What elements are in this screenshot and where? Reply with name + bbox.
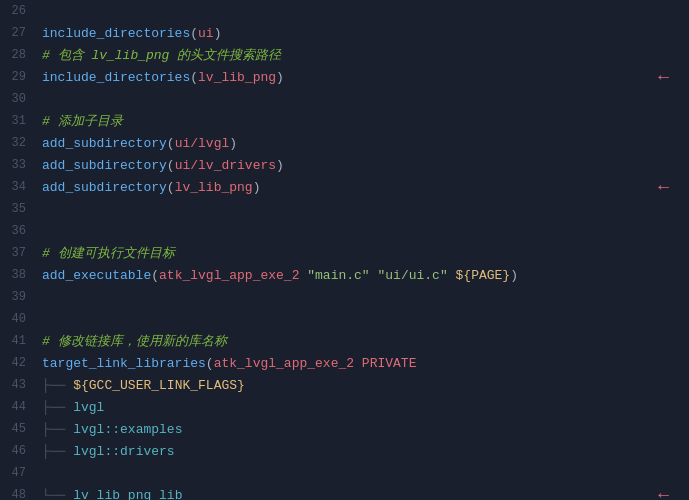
line-number: 31 bbox=[0, 114, 38, 128]
code-line: 38add_executable(atk_lvgl_app_exe_2 "mai… bbox=[0, 264, 689, 286]
line-number: 40 bbox=[0, 312, 38, 326]
line-number: 26 bbox=[0, 4, 38, 18]
line-number: 32 bbox=[0, 136, 38, 150]
code-line: 39 bbox=[0, 286, 689, 308]
line-content: ├── lvgl::examples bbox=[38, 422, 689, 437]
line-number: 37 bbox=[0, 246, 38, 260]
line-content: ├── ${GCC_USER_LINK_FLAGS} bbox=[38, 378, 689, 393]
line-number: 35 bbox=[0, 202, 38, 216]
line-content: ├── lvgl::drivers bbox=[38, 444, 689, 459]
line-content: # 包含 lv_lib_png 的头文件搜索路径 bbox=[38, 46, 689, 64]
line-number: 43 bbox=[0, 378, 38, 392]
line-number: 36 bbox=[0, 224, 38, 238]
line-content: ├── lvgl bbox=[38, 400, 689, 415]
code-line: 48└── lv_lib_png_lib ← bbox=[0, 484, 689, 500]
code-line: 34add_subdirectory(lv_lib_png)← bbox=[0, 176, 689, 198]
line-content: target_link_libraries(atk_lvgl_app_exe_2… bbox=[38, 356, 689, 371]
line-content: # 创建可执行文件目标 bbox=[38, 244, 689, 262]
code-line: 28# 包含 lv_lib_png 的头文件搜索路径 bbox=[0, 44, 689, 66]
code-line: 43├── ${GCC_USER_LINK_FLAGS} bbox=[0, 374, 689, 396]
line-number: 47 bbox=[0, 466, 38, 480]
line-content: include_directories(ui) bbox=[38, 26, 689, 41]
line-number: 46 bbox=[0, 444, 38, 458]
code-line: 27include_directories(ui) bbox=[0, 22, 689, 44]
code-line: 44├── lvgl bbox=[0, 396, 689, 418]
code-line: 45├── lvgl::examples bbox=[0, 418, 689, 440]
code-line: 31# 添加子目录 bbox=[0, 110, 689, 132]
code-line: 46├── lvgl::drivers bbox=[0, 440, 689, 462]
code-line: 29include_directories(lv_lib_png)← bbox=[0, 66, 689, 88]
code-line: 40 bbox=[0, 308, 689, 330]
code-line: 33add_subdirectory(ui/lv_drivers) bbox=[0, 154, 689, 176]
code-line: 42target_link_libraries(atk_lvgl_app_exe… bbox=[0, 352, 689, 374]
line-number: 34 bbox=[0, 180, 38, 194]
arrow-indicator: ← bbox=[658, 177, 669, 197]
code-line: 47 bbox=[0, 462, 689, 484]
line-content: # 添加子目录 bbox=[38, 112, 689, 130]
code-line: 32add_subdirectory(ui/lvgl) bbox=[0, 132, 689, 154]
line-number: 44 bbox=[0, 400, 38, 414]
line-number: 33 bbox=[0, 158, 38, 172]
line-number: 41 bbox=[0, 334, 38, 348]
line-content: # 修改链接库，使用新的库名称 bbox=[38, 332, 689, 350]
code-line: 30 bbox=[0, 88, 689, 110]
arrow-indicator: ← bbox=[658, 67, 669, 87]
line-number: 27 bbox=[0, 26, 38, 40]
line-number: 39 bbox=[0, 290, 38, 304]
code-line: 41# 修改链接库，使用新的库名称 bbox=[0, 330, 689, 352]
line-number: 28 bbox=[0, 48, 38, 62]
line-number: 38 bbox=[0, 268, 38, 282]
line-number: 45 bbox=[0, 422, 38, 436]
code-line: 37# 创建可执行文件目标 bbox=[0, 242, 689, 264]
arrow-indicator: ← bbox=[658, 485, 669, 500]
line-content: add_subdirectory(ui/lvgl) bbox=[38, 136, 689, 151]
code-line: 26 bbox=[0, 0, 689, 22]
line-number: 48 bbox=[0, 488, 38, 500]
line-number: 30 bbox=[0, 92, 38, 106]
code-line: 35 bbox=[0, 198, 689, 220]
line-content: add_subdirectory(ui/lv_drivers) bbox=[38, 158, 689, 173]
line-number: 29 bbox=[0, 70, 38, 84]
line-content: include_directories(lv_lib_png) bbox=[38, 70, 689, 85]
line-content: └── lv_lib_png_lib bbox=[38, 488, 689, 501]
line-content: add_subdirectory(lv_lib_png) bbox=[38, 180, 689, 195]
code-editor: 2627include_directories(ui)28# 包含 lv_lib… bbox=[0, 0, 689, 500]
line-content: add_executable(atk_lvgl_app_exe_2 "main.… bbox=[38, 268, 689, 283]
line-number: 42 bbox=[0, 356, 38, 370]
code-line: 36 bbox=[0, 220, 689, 242]
